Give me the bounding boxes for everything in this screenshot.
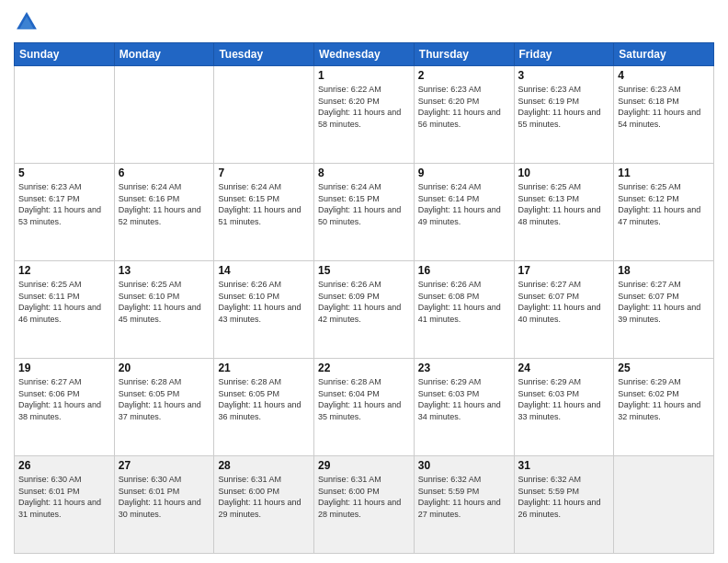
day-cell: 28Sunrise: 6:31 AMSunset: 6:00 PMDayligh… [214, 456, 314, 554]
cell-info: Sunrise: 6:27 AMSunset: 6:07 PMDaylight:… [618, 279, 710, 325]
day-cell: 13Sunrise: 6:25 AMSunset: 6:10 PMDayligh… [114, 261, 214, 359]
cell-info: Sunrise: 6:25 AMSunset: 6:12 PMDaylight:… [618, 181, 710, 227]
day-cell [15, 66, 115, 164]
day-cell: 30Sunrise: 6:32 AMSunset: 5:59 PMDayligh… [414, 456, 514, 554]
header-row: SundayMondayTuesdayWednesdayThursdayFrid… [15, 43, 714, 66]
day-cell: 27Sunrise: 6:30 AMSunset: 6:01 PMDayligh… [114, 456, 214, 554]
day-number: 1 [318, 69, 410, 82]
day-number: 30 [418, 459, 510, 472]
cell-info: Sunrise: 6:29 AMSunset: 6:03 PMDaylight:… [418, 376, 510, 422]
day-number: 10 [518, 167, 610, 179]
day-cell: 3Sunrise: 6:23 AMSunset: 6:19 PMDaylight… [514, 66, 614, 164]
day-cell: 22Sunrise: 6:28 AMSunset: 6:04 PMDayligh… [314, 359, 415, 456]
day-number: 16 [418, 264, 510, 277]
day-number: 13 [119, 264, 210, 277]
day-cell: 15Sunrise: 6:26 AMSunset: 6:09 PMDayligh… [314, 261, 415, 359]
cell-info: Sunrise: 6:24 AMSunset: 6:16 PMDaylight:… [119, 181, 210, 227]
day-number: 20 [119, 362, 210, 374]
day-cell: 26Sunrise: 6:30 AMSunset: 6:01 PMDayligh… [15, 456, 115, 554]
cell-info: Sunrise: 6:24 AMSunset: 6:14 PMDaylight:… [418, 181, 510, 227]
day-number: 6 [119, 167, 210, 179]
day-number: 5 [18, 167, 110, 179]
cell-info: Sunrise: 6:23 AMSunset: 6:17 PMDaylight:… [18, 181, 110, 227]
day-cell: 16Sunrise: 6:26 AMSunset: 6:08 PMDayligh… [414, 261, 514, 359]
day-number: 7 [218, 167, 310, 179]
week-row-3: 12Sunrise: 6:25 AMSunset: 6:11 PMDayligh… [15, 261, 714, 359]
day-number: 28 [218, 459, 310, 472]
day-cell: 8Sunrise: 6:24 AMSunset: 6:15 PMDaylight… [314, 164, 415, 261]
header [14, 9, 714, 35]
cell-info: Sunrise: 6:32 AMSunset: 5:59 PMDaylight:… [518, 474, 610, 520]
day-cell: 12Sunrise: 6:25 AMSunset: 6:11 PMDayligh… [15, 261, 115, 359]
day-number: 14 [218, 264, 310, 277]
day-cell: 5Sunrise: 6:23 AMSunset: 6:17 PMDaylight… [15, 164, 115, 261]
day-header-wednesday: Wednesday [314, 43, 415, 66]
cell-info: Sunrise: 6:31 AMSunset: 6:00 PMDaylight:… [318, 474, 410, 520]
day-cell: 9Sunrise: 6:24 AMSunset: 6:14 PMDaylight… [414, 164, 514, 261]
day-number: 24 [518, 362, 610, 374]
day-header-monday: Monday [114, 43, 214, 66]
cell-info: Sunrise: 6:30 AMSunset: 6:01 PMDaylight:… [119, 474, 210, 520]
day-cell: 29Sunrise: 6:31 AMSunset: 6:00 PMDayligh… [314, 456, 415, 554]
week-row-2: 5Sunrise: 6:23 AMSunset: 6:17 PMDaylight… [15, 164, 714, 261]
day-header-saturday: Saturday [614, 43, 714, 66]
cell-info: Sunrise: 6:26 AMSunset: 6:10 PMDaylight:… [218, 279, 310, 325]
day-number: 3 [518, 69, 610, 82]
day-cell: 19Sunrise: 6:27 AMSunset: 6:06 PMDayligh… [15, 359, 115, 456]
cell-info: Sunrise: 6:32 AMSunset: 5:59 PMDaylight:… [418, 474, 510, 520]
day-header-tuesday: Tuesday [214, 43, 314, 66]
week-row-1: 1Sunrise: 6:22 AMSunset: 6:20 PMDaylight… [15, 66, 714, 164]
cell-info: Sunrise: 6:27 AMSunset: 6:07 PMDaylight:… [518, 279, 610, 325]
day-number: 4 [618, 69, 710, 82]
day-header-friday: Friday [514, 43, 614, 66]
cell-info: Sunrise: 6:29 AMSunset: 6:02 PMDaylight:… [618, 376, 710, 422]
day-cell: 1Sunrise: 6:22 AMSunset: 6:20 PMDaylight… [314, 66, 415, 164]
day-cell: 25Sunrise: 6:29 AMSunset: 6:02 PMDayligh… [614, 359, 714, 456]
day-cell: 10Sunrise: 6:25 AMSunset: 6:13 PMDayligh… [514, 164, 614, 261]
cell-info: Sunrise: 6:23 AMSunset: 6:20 PMDaylight:… [418, 84, 510, 130]
day-cell [114, 66, 214, 164]
day-cell: 23Sunrise: 6:29 AMSunset: 6:03 PMDayligh… [414, 359, 514, 456]
day-number: 19 [18, 362, 110, 374]
day-number: 23 [418, 362, 510, 374]
day-cell: 11Sunrise: 6:25 AMSunset: 6:12 PMDayligh… [614, 164, 714, 261]
cell-info: Sunrise: 6:28 AMSunset: 6:05 PMDaylight:… [218, 376, 310, 422]
day-number: 18 [618, 264, 710, 277]
day-cell [214, 66, 314, 164]
day-number: 25 [618, 362, 710, 374]
day-number: 27 [119, 459, 210, 472]
day-number: 26 [18, 459, 110, 472]
day-number: 9 [418, 167, 510, 179]
day-cell: 17Sunrise: 6:27 AMSunset: 6:07 PMDayligh… [514, 261, 614, 359]
day-number: 2 [418, 69, 510, 82]
day-cell: 7Sunrise: 6:24 AMSunset: 6:15 PMDaylight… [214, 164, 314, 261]
cell-info: Sunrise: 6:26 AMSunset: 6:09 PMDaylight:… [318, 279, 410, 325]
day-cell: 20Sunrise: 6:28 AMSunset: 6:05 PMDayligh… [114, 359, 214, 456]
cell-info: Sunrise: 6:22 AMSunset: 6:20 PMDaylight:… [318, 84, 410, 130]
cell-info: Sunrise: 6:28 AMSunset: 6:04 PMDaylight:… [318, 376, 410, 422]
day-cell: 21Sunrise: 6:28 AMSunset: 6:05 PMDayligh… [214, 359, 314, 456]
day-cell: 24Sunrise: 6:29 AMSunset: 6:03 PMDayligh… [514, 359, 614, 456]
day-number: 15 [318, 264, 410, 277]
cell-info: Sunrise: 6:31 AMSunset: 6:00 PMDaylight:… [218, 474, 310, 520]
logo-icon [14, 9, 40, 35]
day-cell: 18Sunrise: 6:27 AMSunset: 6:07 PMDayligh… [614, 261, 714, 359]
day-number: 21 [218, 362, 310, 374]
week-row-5: 26Sunrise: 6:30 AMSunset: 6:01 PMDayligh… [15, 456, 714, 554]
day-number: 31 [518, 459, 610, 472]
day-cell [614, 456, 714, 554]
cell-info: Sunrise: 6:30 AMSunset: 6:01 PMDaylight:… [18, 474, 110, 520]
logo [14, 9, 43, 35]
day-cell: 14Sunrise: 6:26 AMSunset: 6:10 PMDayligh… [214, 261, 314, 359]
cell-info: Sunrise: 6:25 AMSunset: 6:10 PMDaylight:… [119, 279, 210, 325]
cell-info: Sunrise: 6:25 AMSunset: 6:11 PMDaylight:… [18, 279, 110, 325]
week-row-4: 19Sunrise: 6:27 AMSunset: 6:06 PMDayligh… [15, 359, 714, 456]
day-cell: 2Sunrise: 6:23 AMSunset: 6:20 PMDaylight… [414, 66, 514, 164]
day-number: 22 [318, 362, 410, 374]
cell-info: Sunrise: 6:26 AMSunset: 6:08 PMDaylight:… [418, 279, 510, 325]
cell-info: Sunrise: 6:25 AMSunset: 6:13 PMDaylight:… [518, 181, 610, 227]
cell-info: Sunrise: 6:24 AMSunset: 6:15 PMDaylight:… [218, 181, 310, 227]
day-cell: 31Sunrise: 6:32 AMSunset: 5:59 PMDayligh… [514, 456, 614, 554]
day-cell: 6Sunrise: 6:24 AMSunset: 6:16 PMDaylight… [114, 164, 214, 261]
day-number: 17 [518, 264, 610, 277]
